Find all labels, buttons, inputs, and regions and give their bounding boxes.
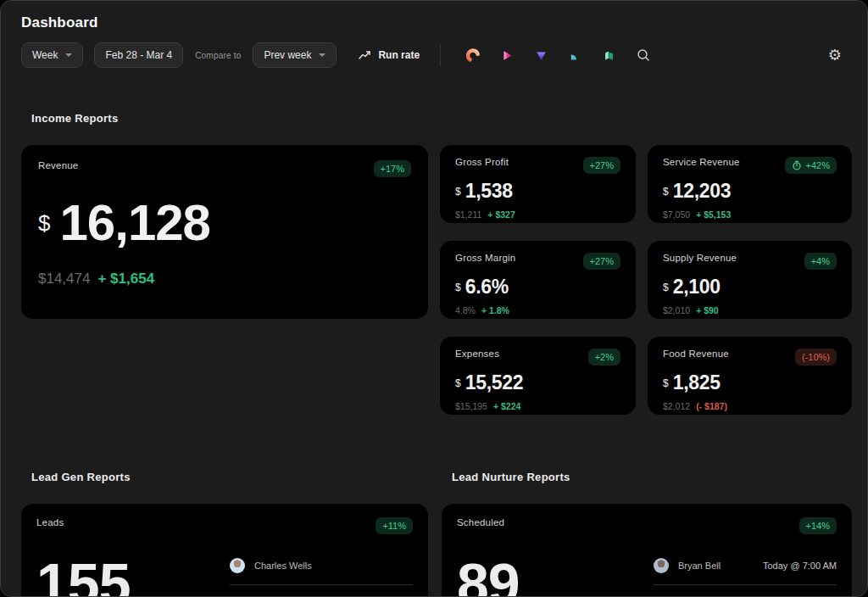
currency-sign: $	[38, 210, 50, 237]
compare-to-label: Compare to	[195, 51, 241, 60]
search-icon[interactable]	[636, 47, 651, 63]
change-badge: +27%	[583, 253, 620, 270]
card-value: 15,522	[465, 373, 524, 393]
gear-icon[interactable]: ⚙	[828, 47, 842, 63]
date-range-label: Feb 28 - Mar 4	[105, 49, 172, 61]
period-select-label: Week	[32, 49, 58, 61]
currency-sign: $	[663, 186, 669, 198]
rep-time: Today @ 7:00 AM	[763, 561, 837, 571]
timer-icon	[792, 160, 802, 170]
compare-select[interactable]: Prev week	[253, 42, 337, 68]
rep-name: Charles Wells	[254, 561, 312, 571]
income-section-title: Income Reports	[31, 112, 867, 125]
rep-divider	[230, 584, 413, 585]
delta-value: + $1,654	[97, 271, 154, 287]
gross-margin-card: Gross Margin +27% $ 6.6% 4.8% + 1.8%	[440, 241, 636, 319]
lead-nurture-section-title: Lead Nurture Reports	[452, 471, 852, 483]
card-label: Expenses	[455, 349, 499, 359]
change-badge: +27%	[583, 157, 620, 174]
card-label: Food Revenue	[663, 349, 729, 359]
leads-card: Leads +11% 155 Charles Wells	[21, 504, 428, 597]
income-cards-grid: Revenue +17% $ 16,128 $14,474 + $1,654 G…	[21, 145, 850, 415]
date-range-button[interactable]: Feb 28 - Mar 4	[94, 42, 183, 68]
run-rate-label: Run rate	[378, 49, 420, 61]
delta-value: + $327	[487, 209, 515, 220]
run-rate-button[interactable]: Run rate	[359, 49, 420, 61]
currency-sign: $	[663, 377, 669, 389]
rep-block: Charles Wells	[230, 558, 413, 585]
avatar	[230, 558, 245, 573]
previous-value: $14,474	[38, 271, 90, 287]
change-badge: +4%	[804, 253, 837, 270]
previous-value: $15,195	[455, 401, 487, 411]
card-label: Gross Profit	[455, 157, 509, 167]
previous-value: $1,211	[455, 209, 481, 220]
change-badge: +17%	[374, 160, 411, 177]
currency-sign: $	[455, 377, 461, 389]
food-revenue-card: Food Revenue (-10%) $ 1,825 $2,012 (- $1…	[648, 337, 852, 415]
card-value: 2,100	[673, 277, 721, 297]
card-value: 1,825	[673, 373, 721, 393]
card-label: Service Revenue	[663, 157, 740, 167]
green-banner-app-icon[interactable]	[601, 47, 616, 63]
teal-quarter-app-icon[interactable]	[567, 47, 582, 63]
card-label: Revenue	[38, 160, 78, 170]
app-window: Dashboard Week Feb 28 - Mar 4 Compare to…	[0, 0, 868, 597]
revenue-card: Revenue +17% $ 16,128 $14,474 + $1,654	[21, 145, 428, 319]
scheduled-card: Scheduled +14% 89 Bryan Bell Today @ 7:0…	[442, 504, 852, 597]
page-title: Dashboard	[21, 14, 847, 31]
change-badge: +14%	[799, 517, 837, 534]
previous-value: $7,050	[663, 209, 690, 220]
change-badge: (-10%)	[795, 349, 837, 365]
rep-divider	[654, 584, 837, 585]
card-value: 6.6%	[465, 277, 509, 297]
change-badge: +11%	[376, 517, 413, 534]
previous-value: $2,010	[663, 305, 690, 315]
supply-revenue-card: Supply Revenue +4% $ 2,100 $2,010 + $90	[648, 241, 852, 319]
expenses-card: Expenses +2% $ 15,522 $15,195 + $224	[440, 337, 636, 415]
currency-sign: $	[455, 282, 461, 293]
card-label: Leads	[36, 517, 64, 527]
currency-sign: $	[663, 282, 669, 293]
delta-value: + $5,153	[696, 209, 731, 220]
violet-funnel-app-icon[interactable]	[533, 47, 548, 63]
card-label: Scheduled	[457, 517, 504, 527]
service-revenue-card: Service Revenue +42% $ 12,203 $7,050 + $…	[648, 145, 852, 223]
delta-value: + $224	[493, 401, 520, 411]
card-label: Supply Revenue	[663, 253, 737, 263]
card-label: Gross Margin	[455, 253, 515, 263]
lead-gen-section: Lead Gen Reports Leads +11% 155 Charles …	[21, 471, 428, 597]
delta-value: + $90	[696, 305, 719, 315]
card-value: 12,203	[673, 181, 732, 201]
delta-value: (- $187)	[696, 401, 727, 411]
chevron-down-icon	[319, 53, 326, 57]
orange-blob-app-icon[interactable]	[465, 47, 481, 63]
rep-name: Bryan Bell	[678, 561, 721, 571]
lead-gen-section-title: Lead Gen Reports	[31, 471, 428, 483]
currency-sign: $	[455, 186, 461, 198]
avatar	[654, 558, 669, 573]
toolbar-divider	[440, 44, 441, 66]
pink-play-app-icon[interactable]	[499, 47, 515, 63]
card-value: 1,538	[465, 181, 513, 201]
change-badge: +42%	[785, 157, 837, 174]
compare-select-label: Prev week	[264, 49, 311, 61]
chevron-down-icon	[65, 53, 72, 57]
lead-sections-grid: Lead Gen Reports Leads +11% 155 Charles …	[21, 471, 850, 597]
previous-value: $2,012	[663, 401, 690, 411]
card-value: 16,128	[59, 198, 210, 248]
toolbar: Week Feb 28 - Mar 4 Compare to Prev week…	[21, 42, 847, 68]
gross-profit-card: Gross Profit +27% $ 1,538 $1,211 + $327	[440, 145, 636, 223]
card-value: 155	[36, 555, 130, 597]
period-select[interactable]: Week	[21, 42, 83, 68]
header: Dashboard Week Feb 28 - Mar 4 Compare to…	[1, 1, 867, 68]
delta-value: + 1.8%	[481, 305, 509, 315]
lead-nurture-section: Lead Nurture Reports Scheduled +14% 89 B…	[442, 471, 852, 597]
previous-value: 4.8%	[455, 305, 476, 315]
card-value: 89	[457, 555, 520, 597]
rep-block: Bryan Bell Today @ 7:00 AM	[654, 558, 837, 585]
change-badge: +2%	[588, 349, 620, 365]
trend-up-icon	[359, 50, 371, 60]
